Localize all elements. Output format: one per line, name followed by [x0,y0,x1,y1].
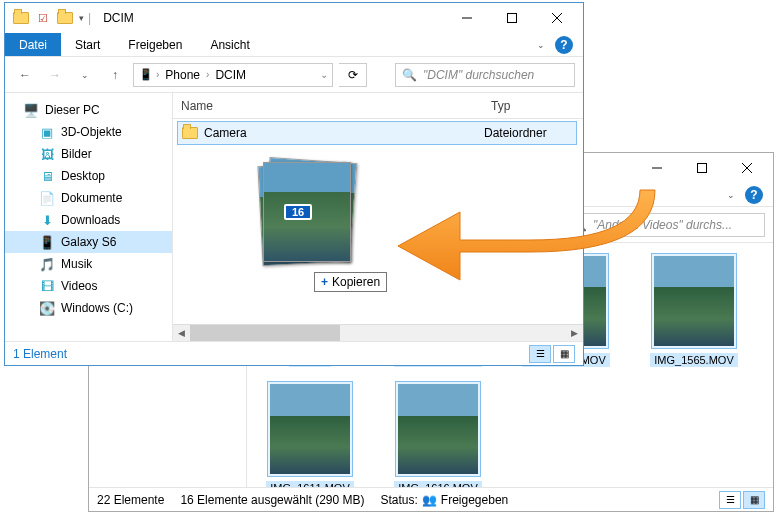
pictures-icon: 🖼 [39,146,55,162]
status-bar: 1 Element ☰ ▦ [5,341,583,365]
documents-icon: 📄 [39,190,55,206]
ribbon-expand-icon[interactable]: ⌄ [537,40,545,50]
plus-icon: + [321,275,328,289]
status-count: 22 Elemente [97,493,164,507]
chevron-right-icon: › [156,69,159,80]
tab-datei[interactable]: Datei [5,33,61,56]
view-details-button[interactable]: ☰ [719,491,741,509]
horizontal-scrollbar[interactable]: ◀ ▶ [173,324,583,341]
sidebar-item-documents[interactable]: 📄Dokumente [5,187,172,209]
search-placeholder: "DCIM" durchsuchen [423,68,534,82]
videos-icon: 🎞 [39,278,55,294]
folder-icon [182,127,198,139]
search-placeholder: "Android Videos" durchs... [593,218,732,232]
chevron-right-icon: › [206,69,209,80]
sidebar-item-windowsc[interactable]: 💽Windows (C:) [5,297,172,319]
qat-properties-icon[interactable]: ☑ [35,10,51,26]
breadcrumb-segment[interactable]: DCIM [211,68,250,82]
column-type[interactable]: Typ [483,99,510,113]
sidebar-item-pictures[interactable]: 🖼Bilder [5,143,172,165]
list-row[interactable]: Camera Dateiordner [177,121,577,145]
sidebar-item-thispc[interactable]: 🖥️Dieser PC [5,99,172,121]
nav-up-button[interactable]: ↑ [103,63,127,87]
maximize-button[interactable] [679,154,724,183]
search-icon: 🔍 [402,68,417,82]
drive-icon: 💽 [39,300,55,316]
status-selection: 16 Elemente ausgewählt (290 MB) [180,493,364,507]
window-title: DCIM [103,11,134,25]
tab-ansicht[interactable]: Ansicht [196,33,263,56]
help-icon[interactable]: ? [745,186,763,204]
sidebar-item-3dobjects[interactable]: ▣3D-Objekte [5,121,172,143]
file-thumb[interactable]: IMG_1565.MOV [639,253,749,367]
status-share: Status: 👥 Freigegeben [381,493,509,507]
view-thumbnails-button[interactable]: ▦ [743,491,765,509]
cube-icon: ▣ [39,124,55,140]
chevron-down-icon[interactable]: ⌄ [320,69,328,80]
app-icon [13,10,29,26]
column-header[interactable]: Name Typ [173,93,583,119]
view-details-button[interactable]: ☰ [529,345,551,363]
drag-count-badge: 16 [284,204,312,220]
svg-rect-5 [507,14,516,23]
svg-rect-1 [697,164,706,173]
qat-newfolder-icon[interactable] [57,10,73,26]
search-input[interactable]: 🔍 "Android Videos" durchs... [565,213,765,237]
nav-forward-button[interactable]: → [43,63,67,87]
sidebar-item-downloads[interactable]: ⬇Downloads [5,209,172,231]
nav-back-button[interactable]: ← [13,63,37,87]
close-button[interactable] [724,154,769,183]
file-thumb[interactable]: IMG_1616.MOV [383,381,493,487]
ribbon-tabs: Datei Start Freigeben Ansicht ⌄ ? [5,33,583,57]
search-input[interactable]: 🔍 "DCIM" durchsuchen [395,63,575,87]
file-thumb[interactable]: IMG_1611.MOV [255,381,365,487]
pc-icon: 🖥️ [23,102,39,118]
sidebar-item-music[interactable]: 🎵Musik [5,253,172,275]
scroll-thumb[interactable] [190,325,340,341]
sidebar-item-desktop[interactable]: 🖥Desktop [5,165,172,187]
status-bar: 22 Elemente 16 Elemente ausgewählt (290 … [89,487,773,511]
column-name[interactable]: Name [173,99,483,113]
status-count: 1 Element [13,347,67,361]
breadcrumb[interactable]: 📱 › Phone › DCIM ⌄ [133,63,333,87]
sidebar-item-videos[interactable]: 🎞Videos [5,275,172,297]
scroll-left-button[interactable]: ◀ [173,325,190,342]
minimize-button[interactable] [444,4,489,33]
refresh-button[interactable]: ⟳ [339,63,367,87]
sidebar: 🖥️Dieser PC ▣3D-Objekte 🖼Bilder 🖥Desktop… [5,93,173,341]
close-button[interactable] [534,4,579,33]
tab-freigeben[interactable]: Freigeben [114,33,196,56]
phone-icon: 📱 [39,234,55,250]
help-icon[interactable]: ? [555,36,573,54]
sidebar-item-galaxys6[interactable]: 📱Galaxy S6 [5,231,172,253]
desktop-icon: 🖥 [39,168,55,184]
tab-start[interactable]: Start [61,33,114,56]
maximize-button[interactable] [489,4,534,33]
scroll-right-button[interactable]: ▶ [566,325,583,342]
minimize-button[interactable] [634,154,679,183]
address-bar: ← → ⌄ ↑ 📱 › Phone › DCIM ⌄ ⟳ 🔍 "DCIM" du… [5,57,583,93]
breadcrumb-segment[interactable]: Phone [161,68,204,82]
qat-dropdown-icon[interactable]: ▾ [79,13,84,23]
device-icon: 📱 [138,67,154,83]
people-icon: 👥 [422,493,437,507]
content-area[interactable] [173,147,583,324]
downloads-icon: ⬇ [39,212,55,228]
titlebar: ☑ ▾ | DCIM [5,3,583,33]
copy-tooltip: + Kopieren [314,272,387,292]
nav-history-button[interactable]: ⌄ [73,63,97,87]
music-icon: 🎵 [39,256,55,272]
drag-ghost: 16 + Kopieren [256,160,356,270]
view-thumbnails-button[interactable]: ▦ [553,345,575,363]
ribbon-expand-icon[interactable]: ⌄ [727,190,735,200]
